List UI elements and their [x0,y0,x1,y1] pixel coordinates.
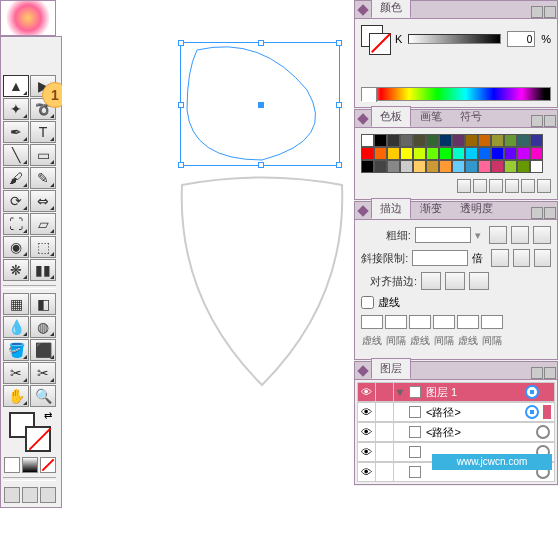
visibility-icon[interactable]: 👁 [358,403,376,421]
visibility-icon[interactable]: 👁 [358,463,376,481]
swatch[interactable] [439,134,452,147]
swatch[interactable] [413,147,426,160]
panel-collapse-icon[interactable] [357,4,368,15]
tab-swatches[interactable]: 色板 [371,106,411,127]
align-center-icon[interactable] [421,272,441,290]
tab-layers[interactable]: 图层 [371,358,411,379]
handle-nw[interactable] [178,40,184,46]
panel-close-icon[interactable] [544,115,556,127]
panel-menu-icon[interactable] [531,367,543,379]
swatch[interactable] [465,147,478,160]
dashed-checkbox[interactable] [361,296,374,309]
handle-center[interactable] [258,102,264,108]
swatch[interactable] [465,160,478,173]
path-name[interactable]: <路径> [424,425,532,440]
visibility-icon[interactable]: 👁 [358,443,376,461]
paintbrush-tool[interactable]: 🖌 [3,167,29,189]
swatch[interactable] [491,160,504,173]
swatch[interactable] [426,147,439,160]
swatch[interactable] [413,160,426,173]
stroke-mini-well[interactable] [369,33,391,55]
swatch[interactable] [465,134,478,147]
dash-2[interactable] [409,315,431,329]
gap-2[interactable] [433,315,455,329]
dash-1[interactable] [361,315,383,329]
handle-sw[interactable] [178,162,184,168]
dash-3[interactable] [457,315,479,329]
swatch[interactable] [426,160,439,173]
swatch[interactable] [478,134,491,147]
hand-tool[interactable]: ✋ [3,385,29,407]
handle-e[interactable] [336,102,342,108]
pencil-tool[interactable]: ✎ [30,167,56,189]
screen-mode-full-menu[interactable] [22,487,38,503]
lock-icon[interactable] [376,423,394,441]
handle-se[interactable] [336,162,342,168]
k-slider[interactable] [408,34,501,44]
gradient-tool[interactable]: ◧ [30,293,56,315]
tab-stroke[interactable]: 描边 [371,198,411,219]
swatch[interactable] [491,134,504,147]
swatch[interactable] [400,160,413,173]
tab-brushes[interactable]: 画笔 [411,106,451,127]
swatch-options-icon[interactable] [489,179,503,193]
new-group-icon[interactable] [505,179,519,193]
weight-input[interactable] [415,227,471,243]
target-icon[interactable] [525,405,539,419]
lock-icon[interactable] [376,403,394,421]
swatch[interactable] [374,160,387,173]
screen-mode-full[interactable] [40,487,56,503]
eyedropper-tool[interactable]: 💧 [3,316,29,338]
panel-close-icon[interactable] [544,367,556,379]
stroke-color-well[interactable] [25,426,51,452]
fill-stroke-wells[interactable]: ⇄ [3,408,56,456]
target-icon[interactable] [536,425,550,439]
visibility-icon[interactable]: 👁 [358,423,376,441]
mesh-tool[interactable]: ▦ [3,293,29,315]
layer-row[interactable]: 👁 <路径> [357,402,555,422]
reflect-tool[interactable]: ⇔ [30,190,56,212]
k-value-input[interactable] [507,31,535,47]
swatch[interactable] [530,147,543,160]
align-outside-icon[interactable] [469,272,489,290]
warp-tool[interactable]: ◉ [3,236,29,258]
artboard[interactable] [62,0,354,536]
lock-icon[interactable] [376,463,394,481]
delete-swatch-icon[interactable] [537,179,551,193]
color-mode-button[interactable] [4,457,20,473]
panel-menu-icon[interactable] [531,6,543,18]
panel-collapse-icon[interactable] [357,205,368,216]
swatch[interactable] [491,147,504,160]
swatch[interactable] [387,147,400,160]
rectangle-tool[interactable]: ▭ [30,144,56,166]
scale-tool[interactable]: ⛶ [3,213,29,235]
gap-1[interactable] [385,315,407,329]
swatch[interactable] [439,160,452,173]
visibility-icon[interactable]: 👁 [358,383,376,401]
cap-butt-icon[interactable] [489,226,507,244]
gap-3[interactable] [481,315,503,329]
swatch[interactable] [413,134,426,147]
handle-n[interactable] [258,40,264,46]
swatch[interactable] [400,147,413,160]
live-paint-select-tool[interactable]: ⬛ [30,339,56,361]
path-name[interactable]: <路径> [424,405,521,420]
align-inside-icon[interactable] [445,272,465,290]
none-mode-button[interactable] [40,457,56,473]
handle-s[interactable] [258,162,264,168]
swatch[interactable] [361,134,374,147]
join-miter-icon[interactable] [491,249,508,267]
layer-row[interactable]: 👁 <路径> [357,422,555,442]
scissors-tool[interactable]: ✂ [30,362,56,384]
handle-w[interactable] [178,102,184,108]
panel-collapse-icon[interactable] [357,113,368,124]
handle-ne[interactable] [336,40,342,46]
swatch[interactable] [439,147,452,160]
swatch[interactable] [517,147,530,160]
swatch[interactable] [478,147,491,160]
swatch[interactable] [504,160,517,173]
swatch[interactable] [387,160,400,173]
new-swatch-icon[interactable] [521,179,535,193]
panel-menu-icon[interactable] [531,115,543,127]
selection-tool[interactable]: ▲ [3,75,29,97]
